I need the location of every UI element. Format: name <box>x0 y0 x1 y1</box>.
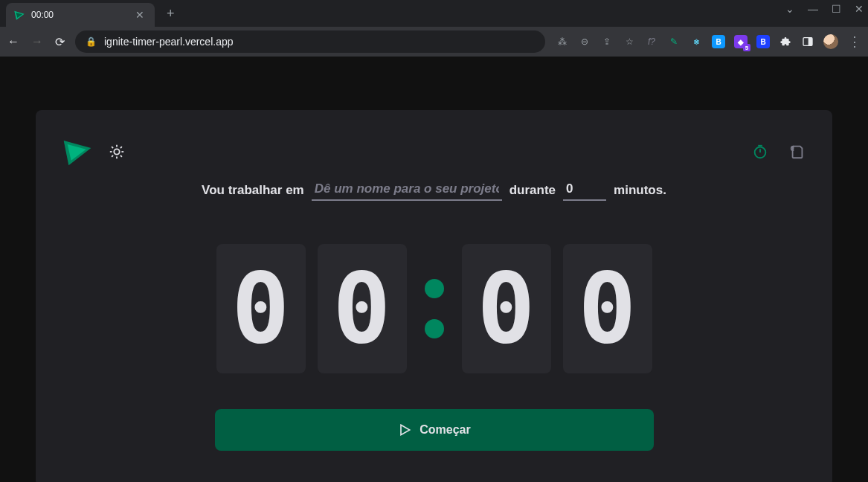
form-duration-label: durante <box>509 183 556 198</box>
task-form: Vou trabalhar em durante minutos. <box>62 180 806 201</box>
separator-dot-icon <box>425 319 444 338</box>
countdown-digit-2: 0 <box>318 244 407 373</box>
close-window-icon[interactable]: ✕ <box>855 3 864 15</box>
app-header <box>62 137 806 167</box>
countdown-digit-4: 0 <box>563 244 652 373</box>
share-icon[interactable]: ⇪ <box>600 35 614 48</box>
app-card: Vou trabalhar em durante minutos. 0 0 0 … <box>36 110 832 482</box>
svg-marker-18 <box>401 425 410 434</box>
extension-blue-b-icon[interactable]: B <box>712 35 725 48</box>
countdown-display: 0 0 0 0 <box>62 244 806 373</box>
form-minutes-suffix: minutos. <box>614 183 666 198</box>
back-icon[interactable]: ← <box>7 35 19 48</box>
nav-timer-icon[interactable] <box>752 144 768 160</box>
kebab-menu-icon[interactable]: ⋮ <box>847 35 861 48</box>
svg-line-14 <box>120 147 122 148</box>
bookmark-icon[interactable]: ☆ <box>623 35 636 48</box>
tab-title: 00:00 <box>31 10 126 20</box>
translate-icon[interactable]: ⁂ <box>556 35 569 48</box>
theme-toggle-button[interactable] <box>109 144 125 160</box>
extensions-icon[interactable] <box>779 35 792 48</box>
extension-pencil-icon[interactable]: ✎ <box>667 35 681 48</box>
svg-line-12 <box>120 155 122 157</box>
reload-icon[interactable]: ⟳ <box>55 35 65 49</box>
svg-point-6 <box>114 149 119 154</box>
countdown-digit-3: 0 <box>462 244 551 373</box>
address-bar[interactable]: 🔒 ignite-timer-pearl.vercel.app <box>75 30 545 53</box>
browser-toolbar: ← → ⟳ 🔒 ignite-timer-pearl.vercel.app ⁂ … <box>0 27 868 57</box>
minutes-input[interactable] <box>563 180 606 201</box>
window-controls: ⌄ ― ☐ ✕ <box>785 3 864 15</box>
url-text: ignite-timer-pearl.vercel.app <box>104 36 234 48</box>
lock-icon: 🔒 <box>86 36 97 47</box>
dropdown-icon[interactable]: ⌄ <box>785 3 794 15</box>
task-name-input[interactable] <box>312 180 502 201</box>
browser-window: 00:00 ✕ + ⌄ ― ☐ ✕ ← → ⟳ 🔒 ignite-timer-p… <box>0 0 868 482</box>
play-icon <box>397 422 412 437</box>
react-devtools-icon[interactable]: ⚛ <box>689 35 703 48</box>
tab-strip: 00:00 ✕ + ⌄ ― ☐ ✕ <box>0 0 868 27</box>
nav-controls: ← → ⟳ <box>7 35 65 49</box>
toolbar-actions: ⁂ ⊖ ⇪ ☆ f? ✎ ⚛ B ◆ B ⋮ <box>556 34 861 49</box>
form-prefix-label: Vou trabalhar em <box>202 183 304 198</box>
close-tab-icon[interactable]: ✕ <box>132 8 147 22</box>
countdown-separator <box>419 279 450 338</box>
favicon-ignite-icon <box>13 9 25 21</box>
start-button[interactable]: Começar <box>215 409 654 451</box>
svg-rect-3 <box>808 38 812 46</box>
nav-history-icon[interactable] <box>789 144 806 160</box>
svg-line-13 <box>112 155 113 157</box>
extension-purple-icon[interactable]: ◆ <box>734 35 748 48</box>
extension-blue-b2-icon[interactable]: B <box>756 35 770 48</box>
extension-f-icon[interactable]: f? <box>645 35 658 48</box>
forward-icon[interactable]: → <box>31 35 43 48</box>
new-tab-button[interactable]: + <box>159 3 182 25</box>
ignite-logo-icon <box>62 137 92 167</box>
start-button-label: Começar <box>419 423 470 437</box>
svg-line-11 <box>112 147 113 148</box>
side-panel-icon[interactable] <box>801 35 814 48</box>
active-tab[interactable]: 00:00 ✕ <box>6 3 155 27</box>
maximize-icon[interactable]: ☐ <box>832 3 841 15</box>
separator-dot-icon <box>425 279 444 298</box>
profile-avatar[interactable] <box>823 34 838 49</box>
zoom-icon[interactable]: ⊖ <box>578 35 591 48</box>
countdown-digit-1: 0 <box>216 244 306 373</box>
page-viewport: Vou trabalhar em durante minutos. 0 0 0 … <box>0 57 868 482</box>
minimize-icon[interactable]: ― <box>808 3 818 15</box>
